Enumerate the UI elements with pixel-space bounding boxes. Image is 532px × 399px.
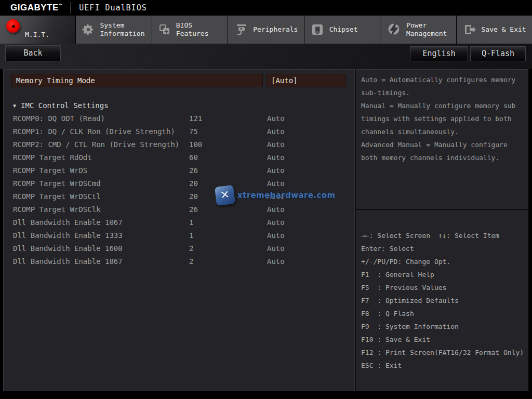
setting-row[interactable]: RCOMP Target WrDSCmd 20 Auto — [4, 177, 354, 190]
setting-label: RCOMP1: DQ / CLK Ron (Drive Strength) — [13, 125, 175, 138]
tab-label: Power Management — [406, 21, 456, 38]
key-legend-line: F9 : System Information — [361, 320, 528, 333]
setting-label: RCOMP0: DQ ODT (Read) — [13, 112, 105, 125]
tab-save-exit[interactable]: Save & Exit — [457, 16, 532, 44]
setting-row[interactable]: Dll Bandwidth Enable 1600 2 Auto — [4, 242, 354, 255]
tab-label: BIOS Features — [176, 21, 228, 38]
setting-mode: Auto — [267, 190, 285, 203]
setting-label: RCOMP Target WrDSClk — [13, 203, 101, 216]
setting-mode: Auto — [267, 125, 285, 138]
selected-setting-value[interactable]: [Auto] — [267, 74, 346, 87]
setting-label: RCOMP Target WrDS — [13, 164, 87, 177]
setting-row[interactable]: RCOMP Target WrDSCtl 20 Auto — [4, 190, 354, 203]
tab-chipset[interactable]: Chipset — [304, 16, 380, 44]
key-legend-line: F1 : General Help — [361, 268, 528, 281]
exit-door-icon — [463, 23, 476, 36]
key-legend-line: F7 : Optimized Defaults — [361, 294, 528, 307]
setting-mode: Auto — [267, 112, 285, 125]
description-line: both memory channels individually. — [361, 151, 526, 164]
setting-value: 60 — [189, 151, 198, 164]
setting-label: Dll Bandwidth Enable 1600 — [13, 242, 123, 255]
key-legend-line: F12 : Print Screen(FAT16/32 Format Only) — [361, 346, 528, 359]
setting-row[interactable]: RCOMP2: CMD / CTL Ron (Drive Strength) 1… — [4, 138, 354, 151]
setting-value: 26 — [189, 203, 198, 216]
setting-row[interactable]: Dll Bandwidth Enable 1333 1 Auto — [4, 229, 354, 242]
setting-mode: Auto — [267, 216, 285, 229]
peripheral-device-icon — [234, 23, 248, 36]
setting-value: 20 — [189, 177, 198, 190]
collapse-triangle-icon: ▼ — [13, 103, 16, 109]
help-panel-divider — [355, 209, 528, 210]
setting-row[interactable]: RCOMP Target WrDS 26 Auto — [4, 164, 354, 177]
setting-value: 26 — [189, 164, 198, 177]
setting-row[interactable]: RCOMP0: DQ ODT (Read) 121 Auto — [4, 112, 354, 125]
setting-mode: Auto — [267, 203, 285, 216]
setting-label: RCOMP Target WrDSCmd — [13, 177, 101, 190]
tab-label: Peripherals — [253, 25, 298, 34]
setting-row[interactable]: RCOMP1: DQ / CLK Ron (Drive Strength) 75… — [4, 125, 354, 138]
setting-label: RCOMP Target RdOdt — [13, 151, 92, 164]
setting-value: 2 — [189, 255, 193, 268]
description-line: Advanced Manual = Manually configure — [361, 138, 526, 151]
setting-value: 75 — [189, 125, 198, 138]
tab-bios-features[interactable]: BIOS Features — [152, 16, 228, 44]
key-legend-line: ESC : Exit — [361, 359, 528, 372]
setting-value: 1 — [189, 229, 193, 242]
key-legend-line: →←: Select Screen ↑↓: Select Item — [361, 229, 528, 242]
setting-row[interactable]: Dll Bandwidth Enable 1867 2 Auto — [4, 255, 354, 268]
settings-panel: Memory Timing Mode [Auto] ▼ IMC Control … — [3, 69, 355, 391]
back-button[interactable]: Back — [5, 45, 61, 61]
tab-power-management[interactable]: Power Management — [380, 16, 456, 44]
settings-rows: RCOMP0: DQ ODT (Read) 121 Auto RCOMP1: D… — [4, 112, 354, 268]
lightning-icon — [387, 22, 401, 37]
key-legend-line: +/-/PU/PD: Change Opt. — [361, 255, 528, 268]
setting-label: Dll Bandwidth Enable 1067 — [13, 216, 123, 229]
trademark-symbol: ™ — [59, 3, 63, 8]
setting-label: RCOMP2: CMD / CTL Ron (Drive Strength) — [13, 138, 179, 151]
help-panel: Auto = Automatically configures memory s… — [355, 69, 528, 391]
gear-icon — [82, 23, 95, 36]
tab-system-information[interactable]: System Information — [76, 16, 151, 44]
layered-squares-icon — [158, 23, 171, 36]
setting-mode: Auto — [267, 151, 285, 164]
description-line: timings with settings applied to both — [361, 112, 526, 125]
setting-value: 2 — [189, 242, 193, 255]
key-legend-line: F5 : Previous Values — [361, 281, 528, 294]
setting-row[interactable]: Dll Bandwidth Enable 1067 1 Auto — [4, 216, 354, 229]
key-legend: →←: Select Screen ↑↓: Select Item Enter:… — [361, 229, 528, 372]
chip-icon — [311, 23, 324, 36]
tab-peripherals[interactable]: Peripherals — [228, 16, 303, 44]
tab-label: Save & Exit — [482, 25, 526, 34]
setting-description: Auto = Automatically configures memory s… — [361, 73, 526, 164]
setting-mode: Auto — [267, 242, 285, 255]
setting-row[interactable]: RCOMP Target RdOdt 60 Auto — [4, 151, 354, 164]
bios-screen: GIGABYTE™ UEFI DualBIOS M.I.T. System In… — [0, 0, 532, 399]
tab-mit[interactable]: M.I.T. — [0, 16, 75, 44]
mit-dial-icon — [6, 19, 20, 33]
section-title: IMC Control Settings — [21, 101, 109, 110]
setting-row[interactable]: RCOMP Target WrDSClk 26 Auto — [4, 203, 354, 216]
titlebar-divider — [70, 2, 71, 14]
key-legend-line: F10 : Save & Exit — [361, 333, 528, 346]
description-line: Manual = Manually configure memory sub — [361, 99, 526, 112]
mit-dial-center — [12, 25, 15, 28]
product-title: UEFI DualBIOS — [79, 3, 147, 12]
selected-setting-label[interactable]: Memory Timing Mode — [11, 74, 263, 87]
setting-label: Dll Bandwidth Enable 1333 — [13, 229, 123, 242]
setting-label: RCOMP Target WrDSCtl — [13, 190, 101, 203]
language-button[interactable]: English — [410, 46, 468, 61]
key-legend-line: F8 : Q-Flash — [361, 307, 528, 320]
setting-label: Dll Bandwidth Enable 1867 — [13, 255, 123, 268]
setting-value: 100 — [189, 138, 202, 151]
description-line: sub-timings. — [361, 86, 526, 99]
description-line: channels simultaneously. — [361, 125, 526, 138]
setting-value: 1 — [189, 216, 193, 229]
qflash-button[interactable]: Q-Flash — [470, 46, 526, 61]
tab-label: System Information — [100, 21, 151, 38]
imc-section-header[interactable]: ▼ IMC Control Settings — [13, 100, 109, 111]
setting-mode: Auto — [267, 164, 285, 177]
tab-label: M.I.T. — [25, 31, 49, 44]
setting-mode: Auto — [267, 177, 285, 190]
setting-mode: Auto — [267, 229, 285, 242]
tab-bar: M.I.T. System Information BIOS Features … — [0, 16, 532, 44]
